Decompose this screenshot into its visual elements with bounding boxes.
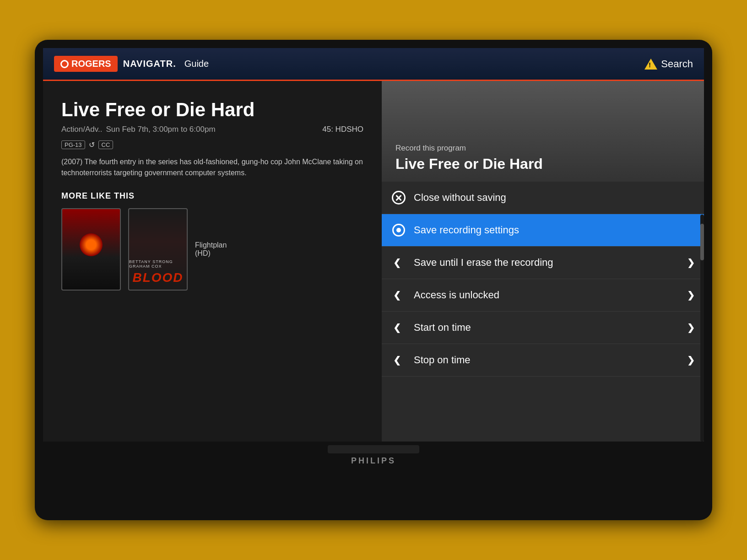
rogers-label: ROGERS — [71, 59, 111, 69]
rating-badge: PG-13 — [61, 140, 85, 149]
menu-item-start-time[interactable]: ❮ Start on time ❯ — [382, 312, 704, 344]
menu-item-access[interactable]: ❮ Access is unlocked ❯ — [382, 279, 704, 312]
date-label: Sun Feb 7th, 3:00pm to 6:00pm — [106, 125, 215, 134]
navigatr-label: NAVIGATR. — [123, 59, 176, 69]
record-title: Live Free or Die Hard — [395, 156, 690, 172]
close-label: Close without saving — [414, 192, 695, 204]
more-like-this-label: MORE LIKE THIS — [61, 191, 363, 201]
radio-circle-icon — [392, 224, 405, 237]
badges-row: PG-13 ↺ CC — [61, 140, 363, 149]
menu-list: Close without saving Save recording sett… — [382, 182, 704, 442]
movie-meta-left: Action/Adv.. Sun Feb 7th, 3:00pm to 6:00… — [61, 125, 216, 134]
access-label: Access is unlocked — [414, 289, 680, 301]
radio-icon — [391, 222, 406, 238]
movie-title: Live Free or Die Hard — [61, 99, 363, 120]
movie-meta: Action/Adv.. Sun Feb 7th, 3:00pm to 6:00… — [61, 125, 363, 134]
menu-item-stop-time[interactable]: ❮ Stop on time ❯ — [382, 344, 704, 377]
access-chevron-right-icon: ❯ — [687, 290, 695, 301]
start-time-label: Start on time — [414, 322, 680, 334]
close-circle-icon — [392, 191, 406, 205]
menu-item-close[interactable]: Close without saving — [382, 182, 704, 214]
menu-item-save-until[interactable]: ❮ Save until I erase the recording ❯ — [382, 247, 704, 279]
search-button[interactable]: Search — [644, 58, 693, 70]
close-icon — [391, 190, 406, 205]
guide-label: Guide — [184, 59, 209, 69]
right-panel: Record this program Live Free or Die Har… — [382, 81, 704, 442]
radio-dot-icon — [396, 228, 401, 232]
sun-graphic — [80, 233, 103, 256]
blood-title: BLOOD — [132, 270, 183, 285]
blood-actors: BETTANY STRONG GRAHAM COX — [129, 259, 187, 269]
stop-time-label: Stop on time — [414, 354, 680, 366]
tv-outer: ROGERS NAVIGATR. Guide Search Live Free … — [35, 40, 712, 520]
save-settings-label: Save recording settings — [414, 224, 695, 236]
stop-chevron-left-icon: ❮ — [391, 352, 406, 368]
search-label: Search — [661, 58, 693, 70]
rogers-circle-icon — [60, 60, 69, 68]
refresh-icon: ↺ — [89, 140, 95, 149]
start-chevron-right-icon: ❯ — [687, 322, 695, 333]
header-left: ROGERS NAVIGATR. Guide — [54, 56, 209, 72]
rogers-logo: ROGERS — [54, 56, 118, 72]
channel-label: 45: HDSHO — [322, 125, 363, 134]
tv-screen: ROGERS NAVIGATR. Guide Search Live Free … — [43, 48, 704, 442]
save-until-label: Save until I erase the recording — [414, 257, 680, 269]
stop-chevron-right-icon: ❯ — [687, 355, 695, 366]
flightplan-label: Flightplan(HD) — [195, 237, 227, 261]
tv-stand — [328, 445, 419, 453]
warning-triangle-icon — [644, 59, 657, 70]
chevron-left-icon: ❮ — [391, 255, 406, 270]
left-panel: Live Free or Die Hard Action/Adv.. Sun F… — [43, 81, 382, 442]
chevron-right-icon: ❯ — [687, 257, 695, 268]
right-top: Record this program Live Free or Die Har… — [382, 81, 704, 182]
header-bar: ROGERS NAVIGATR. Guide Search — [43, 48, 704, 81]
content-area: Live Free or Die Hard Action/Adv.. Sun F… — [43, 81, 704, 442]
scrollbar[interactable] — [700, 215, 704, 442]
right-panel-wrapper: Record this program Live Free or Die Har… — [382, 81, 704, 442]
access-chevron-left-icon: ❮ — [391, 287, 406, 303]
movie-description: (2007) The fourth entry in the series ha… — [61, 156, 363, 178]
scrollbar-thumb — [700, 224, 704, 260]
thumbnails-row: BETTANY STRONG GRAHAM COX BLOOD Flightpl… — [61, 208, 363, 291]
thumbnail-blood: BETTANY STRONG GRAHAM COX BLOOD — [128, 208, 188, 291]
start-chevron-left-icon: ❮ — [391, 320, 406, 335]
menu-item-save-settings[interactable]: Save recording settings — [382, 214, 704, 247]
thumbnail-1 — [61, 208, 121, 291]
tv-brand-label: PHILIPS — [43, 456, 704, 466]
record-label: Record this program — [395, 144, 690, 153]
genre-label: Action/Adv.. — [61, 125, 102, 134]
cc-badge: CC — [98, 140, 114, 149]
